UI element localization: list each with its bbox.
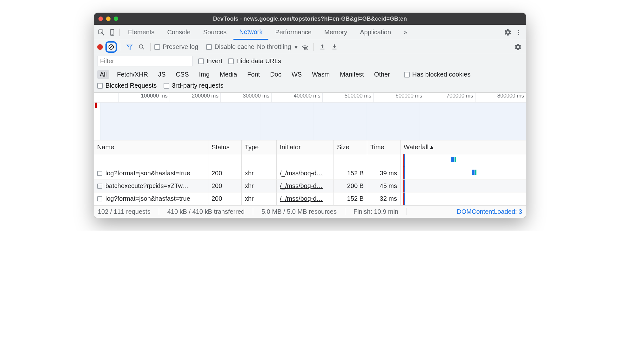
col-waterfall[interactable]: Waterfall ▲ bbox=[401, 140, 526, 154]
close-window-button[interactable] bbox=[98, 17, 103, 21]
window-title: DevTools - news.google.com/topstories?hl… bbox=[213, 16, 407, 22]
svg-line-7 bbox=[110, 45, 113, 49]
download-har-icon[interactable] bbox=[330, 42, 339, 52]
tab-console[interactable]: Console bbox=[161, 25, 196, 40]
type-img[interactable]: Img bbox=[197, 70, 212, 79]
tabs-overflow[interactable]: » bbox=[398, 25, 413, 40]
table-row[interactable]: batchexecute?rpcids=xZTw… bbox=[94, 180, 208, 192]
hide-data-urls-checkbox[interactable]: Hide data URLs bbox=[228, 57, 281, 65]
request-initiator[interactable]: /_/mss/boq-d… bbox=[277, 192, 334, 205]
waterfall-cell bbox=[401, 180, 526, 192]
table-row[interactable]: log?format=json&hasfast=true bbox=[94, 192, 208, 205]
svg-point-3 bbox=[518, 30, 519, 31]
third-party-label: 3rd-party requests bbox=[172, 82, 223, 89]
row-checkbox[interactable] bbox=[97, 196, 102, 201]
blocked-requests-label: Blocked Requests bbox=[105, 82, 157, 89]
has-blocked-cookies-checkbox[interactable]: Has blocked cookies bbox=[404, 71, 470, 78]
svg-line-9 bbox=[142, 48, 144, 49]
tab-elements[interactable]: Elements bbox=[122, 25, 160, 40]
minimize-window-button[interactable] bbox=[106, 17, 111, 21]
extra-filter-row: Blocked Requests 3rd-party requests bbox=[94, 81, 526, 93]
type-ws[interactable]: WS bbox=[289, 70, 304, 79]
divider bbox=[313, 43, 314, 51]
tick bbox=[94, 93, 118, 102]
more-menu-icon[interactable] bbox=[514, 28, 523, 37]
table-row[interactable]: log?format=json&hasfast=true bbox=[94, 167, 208, 180]
col-type[interactable]: Type bbox=[242, 140, 277, 154]
panel-tabs: Elements Console Sources Network Perform… bbox=[94, 25, 526, 40]
status-finish: Finish: 10.9 min bbox=[354, 208, 398, 215]
divider bbox=[121, 43, 121, 51]
tick: 300000 ms bbox=[220, 93, 271, 102]
inspect-element-icon[interactable] bbox=[97, 28, 106, 37]
preserve-log-label: Preserve log bbox=[163, 43, 198, 51]
tab-network[interactable]: Network bbox=[233, 25, 268, 40]
tab-performance[interactable]: Performance bbox=[270, 25, 318, 40]
svg-rect-13 bbox=[332, 49, 336, 49]
request-initiator[interactable]: /_/mss/boq-d… bbox=[277, 167, 334, 180]
request-size: 152 B bbox=[334, 192, 367, 205]
type-all[interactable]: All bbox=[97, 70, 109, 79]
type-wasm[interactable]: Wasm bbox=[309, 70, 332, 79]
type-js[interactable]: JS bbox=[156, 70, 168, 79]
overview-plot bbox=[94, 102, 526, 140]
row-checkbox[interactable] bbox=[97, 171, 102, 176]
col-initiator[interactable]: Initiator bbox=[277, 140, 334, 154]
request-size: 200 B bbox=[334, 180, 367, 192]
request-time: 45 ms bbox=[367, 180, 401, 192]
filter-toggle-icon[interactable] bbox=[125, 42, 134, 52]
type-fetch-xhr[interactable]: Fetch/XHR bbox=[114, 70, 151, 79]
invert-checkbox[interactable]: Invert bbox=[198, 57, 222, 65]
clear-button[interactable] bbox=[105, 41, 117, 53]
network-conditions-icon[interactable] bbox=[300, 42, 310, 52]
type-doc[interactable]: Doc bbox=[267, 70, 284, 79]
chevron-down-icon: ▾ bbox=[294, 43, 298, 51]
status-transferred: 410 kB / 410 kB transferred bbox=[167, 208, 245, 215]
throttling-select[interactable]: No throttling ▾ bbox=[257, 43, 298, 51]
svg-point-4 bbox=[518, 32, 519, 33]
svg-point-11 bbox=[306, 48, 308, 49]
row-checkbox[interactable] bbox=[97, 184, 102, 189]
zoom-window-button[interactable] bbox=[114, 17, 118, 21]
preserve-log-checkbox[interactable]: Preserve log bbox=[154, 43, 198, 51]
record-button[interactable] bbox=[97, 44, 103, 50]
disable-cache-checkbox[interactable]: Disable cache bbox=[206, 43, 254, 51]
waterfall-cell bbox=[401, 167, 526, 180]
search-icon[interactable] bbox=[137, 42, 146, 52]
request-status: 200 bbox=[208, 192, 242, 205]
network-settings-icon[interactable] bbox=[513, 42, 523, 52]
tick: 200000 ms bbox=[170, 93, 220, 102]
tab-sources[interactable]: Sources bbox=[198, 25, 232, 40]
svg-point-5 bbox=[518, 34, 519, 35]
device-toggle-icon[interactable] bbox=[107, 28, 117, 37]
disable-cache-label: Disable cache bbox=[214, 43, 254, 51]
request-initiator[interactable]: /_/mss/boq-d… bbox=[277, 180, 334, 192]
request-status: 200 bbox=[208, 180, 242, 192]
request-name: log?format=json&hasfast=true bbox=[105, 170, 190, 177]
col-name[interactable]: Name bbox=[94, 140, 208, 154]
upload-har-icon[interactable] bbox=[318, 42, 327, 52]
col-status[interactable]: Status bbox=[208, 140, 242, 154]
overview-timeline[interactable]: 100000 ms 200000 ms 300000 ms 400000 ms … bbox=[94, 93, 526, 140]
tab-application[interactable]: Application bbox=[354, 25, 397, 40]
type-media[interactable]: Media bbox=[217, 70, 239, 79]
request-type: xhr bbox=[242, 180, 277, 192]
type-other[interactable]: Other bbox=[372, 70, 393, 79]
traffic-lights bbox=[98, 17, 118, 21]
divider bbox=[150, 43, 151, 51]
col-size[interactable]: Size bbox=[334, 140, 367, 154]
tab-memory[interactable]: Memory bbox=[319, 25, 353, 40]
col-time[interactable]: Time bbox=[367, 140, 401, 154]
third-party-checkbox[interactable]: 3rd-party requests bbox=[164, 82, 223, 89]
hide-data-urls-label: Hide data URLs bbox=[236, 57, 281, 65]
type-manifest[interactable]: Manifest bbox=[337, 70, 367, 79]
tick: 100000 ms bbox=[118, 93, 169, 102]
spacer bbox=[94, 154, 208, 167]
type-css[interactable]: CSS bbox=[173, 70, 191, 79]
blocked-requests-checkbox[interactable]: Blocked Requests bbox=[97, 82, 157, 89]
request-name: batchexecute?rpcids=xZTw… bbox=[105, 182, 189, 190]
settings-icon[interactable] bbox=[503, 28, 513, 37]
filter-input[interactable] bbox=[97, 56, 192, 66]
type-font[interactable]: Font bbox=[245, 70, 262, 79]
divider bbox=[119, 29, 120, 36]
